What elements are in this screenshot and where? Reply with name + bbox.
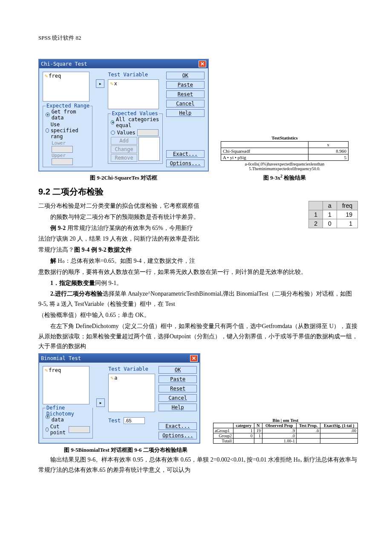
dialog2-titlebar: Binomial Test ✕ (39, 354, 199, 363)
options-button[interactable]: Options... (159, 432, 197, 439)
change-button: Change (111, 145, 137, 153)
values-group-title: Expected Values (111, 110, 159, 116)
radio-values[interactable]: Values (111, 129, 159, 136)
exact-button[interactable]: Exact... (159, 422, 197, 430)
cancel-button[interactable]: Cancel (159, 394, 197, 402)
para-step2: 2.进行二项分布检验选择菜单 Analyze^NonparametricTest… (38, 289, 358, 309)
stats-footnote: a-0cells(.0%)haveexpectedfrequenciesless… (221, 162, 349, 171)
help-button[interactable]: Help (159, 404, 197, 411)
test-variable-list[interactable]: x (108, 79, 159, 109)
test-variable-label2: Test Variable (108, 366, 155, 372)
radio-all-equal[interactable]: All categories equal (111, 116, 159, 128)
dialog-buttons: OK Paste Reset Cancel Help Exact... Opti… (166, 72, 205, 167)
cancel-button[interactable]: Cancel (166, 100, 205, 108)
fig1-wrap: Chi-Square Test ✕ freq Expected Range Ge… (38, 59, 209, 183)
para-step2b: （检验概率值）框中输入 0.65；单击 OK。 (38, 310, 358, 320)
paste-button[interactable]: Paste (159, 375, 197, 383)
dialog-titlebar: Chi-Square Test ✕ (39, 60, 208, 68)
transfer-arrow-icon[interactable]: ▸ (96, 398, 105, 407)
dialog2-title: Binomial Test (41, 355, 81, 361)
section-heading: 9.2 二项分布检验 (38, 186, 358, 198)
range-group-title: Expected Range (46, 103, 90, 109)
binomial-result-table: categoryNObserved PropTest Prop.ExactSig… (213, 423, 358, 444)
remove-button: Remove (111, 154, 137, 162)
para-step1: 1．指定频数变量同例 9-1。 (38, 278, 358, 288)
example-data-table: afreq 1119 201 (308, 201, 358, 228)
page-header: SPSS 统计软件 82 (38, 34, 358, 42)
add-button: Add (111, 137, 137, 145)
options-button[interactable]: Options... (166, 160, 205, 167)
figure-row-2: Binomial Test ✕ freq Define Dichotomy Ge… (38, 353, 358, 444)
fig4-wrap: Bin | om Test categoryNObserved PropTest… (213, 418, 358, 444)
para-p5: 在左下角 DefineDichotomy（定义二分值）框中，如果检验变量只有两个… (38, 321, 358, 352)
radio-cut-point[interactable]: Cut point (46, 424, 90, 436)
dialog2-buttons: OK Paste Reset Cancel Help Exact... Opti… (159, 366, 197, 439)
reset-button[interactable]: Reset (166, 90, 205, 98)
ok-button[interactable]: OK (166, 72, 205, 79)
fig2-wrap: TestStatistics x Chi-Squareadf8.960 A • … (221, 135, 349, 183)
para-solution: 解 H₀：总体有效率=0.65。如图 9-4，建立数据文件，注 (38, 256, 358, 266)
test-prop-input[interactable] (124, 417, 145, 424)
para-conclusion: 输出结果见图 9-6。样本有效率 0.95，总体有效率 0.65，单狈 2=0.… (38, 455, 358, 475)
fig2-caption: 图 9-3x2 检验结果 (221, 174, 349, 182)
para-p4: 意数据行的顺序，要将有效人数放在第一行，如果将无效人数放在第一行，则计算的是无效… (38, 267, 358, 277)
chi-square-dialog: Chi-Square Test ✕ freq Expected Range Ge… (38, 59, 209, 171)
source-list[interactable]: freq (43, 72, 89, 102)
test-variable-list2[interactable]: a (108, 374, 155, 412)
binomial-dialog: Binomial Test ✕ freq Define Dichotomy Ge… (38, 353, 200, 444)
fig3-wrap: Binomial Test ✕ freq Define Dichotomy Ge… (38, 353, 200, 444)
lower-input (52, 146, 73, 153)
radio-specified-range[interactable]: Use specified rang (46, 122, 89, 139)
figure-row-1: Chi-Square Test ✕ freq Expected Range Ge… (38, 59, 358, 183)
close-icon[interactable]: ✕ (199, 61, 206, 67)
dich-title: Define Dichotomy (46, 405, 92, 417)
test-statistics-box: TestStatistics x Chi-Squareadf8.960 A • … (221, 135, 349, 171)
transfer-arrow-icon[interactable]: ▸ (96, 79, 104, 88)
fig3-caption: 图 9-5BinomialTest 对话框图 9-6 二项分布检验结果 (64, 446, 358, 454)
para-p3: 常规疗法高？图 9-4 例 9-2 数据文件 (38, 245, 358, 255)
values-input (137, 129, 159, 136)
dialog-title: Chi-Square Test (41, 61, 87, 67)
upper-input (52, 158, 73, 165)
help-button[interactable]: Help (166, 109, 205, 117)
binomial-result-title: Bin | om Test (213, 418, 358, 423)
exact-button[interactable]: Exact... (166, 150, 205, 158)
paste-button[interactable]: Paste (166, 81, 205, 89)
fig1-caption: 图 9-2Chi-SquareTes 对话框 (38, 174, 209, 182)
cut-point-input (69, 426, 90, 433)
test-variable-label: Test Variable (108, 72, 162, 78)
source-list2[interactable]: freq (43, 366, 89, 404)
values-list (138, 137, 160, 161)
ok-button[interactable]: OK (159, 366, 197, 374)
reset-button[interactable]: Reset (159, 385, 197, 392)
para-p2: 法治疗该病 20 人，结果 19 人有效，问新疗法的有效率是否比 (38, 234, 358, 244)
radio-get-from-data[interactable]: Get from data (46, 109, 89, 121)
close-icon[interactable]: ✕ (190, 355, 198, 362)
